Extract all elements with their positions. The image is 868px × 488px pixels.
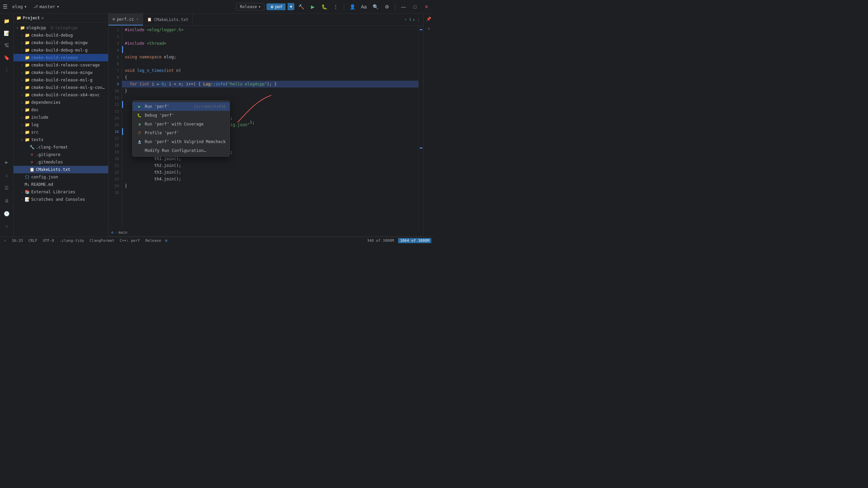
sidebar-more-icon[interactable]: ⋮	[1, 64, 12, 75]
run-config-chevron-button[interactable]: ▾	[288, 3, 294, 10]
panel-close-icon[interactable]: ✕	[425, 24, 433, 33]
code-line-1: #include <elog/logger.h>	[122, 26, 418, 33]
tree-item-cmake-debug-mingw[interactable]: › 📁 cmake-build-debug-mingw	[14, 39, 108, 46]
sidebar-project-icon[interactable]: 📁	[1, 16, 12, 26]
doc-label: doc	[31, 108, 39, 112]
tree-item-external-libs[interactable]: › 📚 External Libraries	[14, 188, 108, 196]
status-check[interactable]: ✓	[3, 238, 8, 243]
tree-item-cmake-release[interactable]: › 📁 cmake-build-release	[14, 54, 108, 61]
git-icon[interactable]: ⑂	[1, 221, 12, 232]
tab-bar-more-icon[interactable]: ⋮	[416, 17, 420, 22]
status-lines[interactable]: 340 of 3000M	[366, 238, 395, 243]
sidebar-settings-icon[interactable]: ⚙	[41, 16, 44, 20]
line-num-16: 16	[108, 128, 122, 135]
debug-panel-icon[interactable]: ⚠	[1, 170, 12, 180]
panel-pin-icon[interactable]: 📌	[425, 15, 433, 23]
include-chevron: ›	[20, 116, 24, 119]
menu-item-modify[interactable]: Modify Run Configuration…	[133, 146, 230, 155]
tree-item-cmake-release-mslg-cov[interactable]: › 📁 cmake-build-release-msl-g-coverage	[14, 84, 108, 91]
settings-icon-button[interactable]: ⚙	[382, 2, 392, 12]
line-numbers: 1 2 3 4 5 6 7 8 9 10 11 12 13 14 15 16 1	[108, 26, 122, 196]
run-menu-shortcut: Ctrl+Shift+F10	[194, 104, 226, 109]
code-line-8: {	[122, 74, 418, 81]
more-icon-button[interactable]: ⋮	[331, 2, 340, 12]
maximize-button[interactable]: □	[410, 2, 420, 12]
tree-item-gitmodules[interactable]: ⊘ .gitmodules	[14, 158, 108, 166]
status-charset[interactable]: UTF-8	[41, 238, 55, 243]
tab-cmakelists[interactable]: 📋 CMakeLists.txt	[143, 14, 193, 25]
search-icon-button[interactable]: 🔍	[371, 2, 380, 12]
debug-icon-button[interactable]: 🐛	[319, 2, 329, 12]
hamburger-icon[interactable]: ☰	[3, 3, 7, 10]
tree-item-dependencies[interactable]: › 📁 dependencies	[14, 99, 108, 106]
tree-item-tests[interactable]: ▾ 📁 tests	[14, 136, 108, 143]
right-scroll-bar[interactable]	[418, 26, 423, 229]
menu-item-profile[interactable]: ⏱ Profile 'perf'	[133, 129, 230, 137]
cmake-release-coverage-icon: 📁	[24, 62, 30, 68]
status-bar-left: ✓ 16:33 CRLF UTF-8 .clang-tidy ClangForm…	[3, 238, 167, 243]
code-line-11	[122, 94, 418, 101]
problems-icon[interactable]: 🕐	[1, 208, 12, 219]
menu-item-coverage[interactable]: ◑ Run 'perf' with Coverage	[133, 120, 230, 129]
tree-item-cmake-release-x64[interactable]: › 📁 cmake-build-release-x64-msvc	[14, 91, 108, 99]
tab-perf-cc[interactable]: ⚙ perf.cc ✕	[108, 14, 143, 25]
sidebar-structure-icon[interactable]: 🏗	[1, 40, 12, 51]
tab-perf-cc-close[interactable]: ✕	[136, 17, 139, 21]
run-panel-icon[interactable]: ▶	[1, 157, 12, 168]
status-linting[interactable]: .clang-tidy	[58, 238, 85, 243]
tree-item-src[interactable]: › 📁 src	[14, 129, 108, 136]
build-icon-button[interactable]: 🔨	[296, 2, 306, 12]
tree-item-readme[interactable]: M↓ README.md	[14, 181, 108, 188]
cmake-release-mslg-chevron: ›	[20, 78, 24, 82]
close-button[interactable]: ✕	[422, 2, 431, 12]
tree-item-cmake-release-mingw[interactable]: › 📁 cmake-build-release-mingw	[14, 69, 108, 76]
status-lang[interactable]: C++: perf	[118, 238, 141, 243]
tree-item-log[interactable]: › 📁 log	[14, 121, 108, 129]
divider2	[395, 3, 395, 10]
status-memory[interactable]: 1064 of 3888M	[398, 238, 431, 243]
tab-bar-up-icon[interactable]: ∧	[413, 17, 415, 22]
status-vcs[interactable]: Release	[144, 238, 162, 243]
scroll-marker-2	[420, 148, 422, 149]
breadcrumb-main-icon: ⚙	[111, 230, 114, 235]
project-badge[interactable]: elog ▾	[10, 3, 29, 10]
coverage-menu-label: Run 'perf' with Coverage	[145, 122, 225, 126]
status-line-ending[interactable]: CRLF	[27, 238, 39, 243]
services-icon[interactable]: ☰	[1, 182, 12, 193]
terminal-icon[interactable]: 🖥	[1, 195, 12, 206]
tree-item-cmake-release-coverage[interactable]: › 📁 cmake-build-release-coverage	[14, 61, 108, 69]
run-icon-button[interactable]: ▶	[308, 2, 317, 12]
tree-item-cmakelists[interactable]: 📋 CMakeLists.txt	[14, 166, 108, 173]
top-bar-right: Release ▾ 🖥 perf ▾ 🔨 ▶ 🐛 ⋮ 👤 Aa 🔍 ⚙ — □ …	[236, 2, 432, 12]
line-num-10: 10	[108, 87, 122, 94]
translate-icon-button[interactable]: Aa	[359, 2, 369, 12]
line-num-8: 8	[108, 74, 122, 81]
dep-label: dependencies	[31, 100, 61, 105]
menu-item-debug[interactable]: 🐛 Debug 'perf'	[133, 111, 230, 120]
branch-badge[interactable]: ⎇ master ▾	[32, 3, 61, 10]
menu-item-run[interactable]: ▶ Run 'perf' Ctrl+Shift+F10	[133, 102, 230, 111]
tree-item-cmake-debug-mslg[interactable]: › 📁 cmake-build-debug-msl-g	[14, 46, 108, 54]
tree-item-cmake-release-mslg[interactable]: › 📁 cmake-build-release-msl-g	[14, 76, 108, 84]
sidebar-bookmarks-icon[interactable]: 🔖	[1, 52, 12, 63]
cmake-debug-icon: 📁	[24, 33, 30, 38]
sidebar-title: Project	[23, 16, 40, 20]
tree-item-config-json[interactable]: {} config.json	[14, 173, 108, 181]
sidebar-commit-icon[interactable]: 📝	[1, 28, 12, 39]
minimize-button[interactable]: —	[399, 2, 408, 12]
tree-item-scratches[interactable]: › 📝 Scratches and Consoles	[14, 196, 108, 203]
status-formatter[interactable]: ClangFormat	[88, 238, 116, 243]
code-content[interactable]: #include <elog/logger.h> #include <threa…	[122, 26, 418, 229]
tab-cmakelists-label: CMakeLists.txt	[154, 17, 188, 22]
menu-item-valgrind[interactable]: 🔬 Run 'perf' with Valgrind Memcheck	[133, 137, 230, 146]
tree-item-doc[interactable]: › 📁 doc	[14, 106, 108, 114]
tree-item-cmake-debug[interactable]: › 📁 cmake-build-debug	[14, 32, 108, 39]
run-config-button[interactable]: 🖥 perf	[267, 3, 285, 10]
account-icon-button[interactable]: 👤	[348, 2, 357, 12]
tree-item-gitignore[interactable]: ⊘ .gitignore	[14, 151, 108, 158]
tree-root[interactable]: ▾ 📁 elog4cpp 0:\elog4cpp	[14, 24, 108, 32]
tree-item-clang-format[interactable]: 🔧 .clang-format	[14, 143, 108, 151]
tree-item-include[interactable]: › 📁 include	[14, 114, 108, 121]
release-dropdown[interactable]: Release ▾	[236, 3, 265, 11]
status-position[interactable]: 16:33	[11, 238, 24, 243]
